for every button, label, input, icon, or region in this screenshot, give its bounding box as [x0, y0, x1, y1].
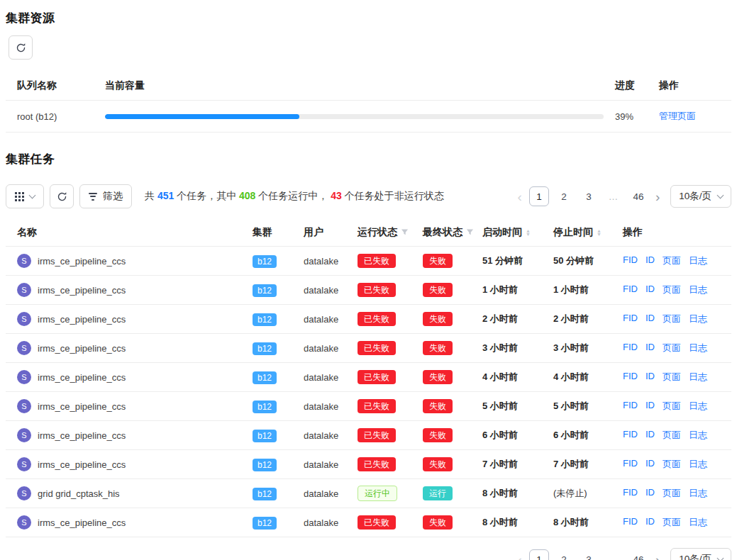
action-page-link[interactable]: 页面 — [663, 487, 681, 500]
action-id-link[interactable]: ID — [645, 516, 655, 529]
action-log-link[interactable]: 日志 — [689, 284, 707, 296]
task-name-cell: S irms_ce_pipeline_ccs — [17, 341, 253, 355]
resources-section-title: 集群资源 — [6, 10, 731, 26]
pagination-next-icon[interactable]: › — [653, 190, 662, 203]
sort-icon[interactable]: ▲▼ — [597, 229, 602, 236]
action-fid-link[interactable]: FID — [623, 342, 638, 354]
action-fid-link[interactable]: FID — [623, 371, 638, 383]
pagination-prev-icon[interactable]: ‹ — [516, 190, 524, 203]
pagination-top: ‹ 1 2 3 … 46 › 10条/页 — [516, 185, 731, 208]
action-id-link[interactable]: ID — [645, 342, 655, 354]
pagination-page[interactable]: 46 — [628, 549, 648, 560]
action-log-link[interactable]: 日志 — [689, 429, 707, 442]
action-page-link[interactable]: 页面 — [663, 400, 681, 413]
action-log-link[interactable]: 日志 — [689, 254, 707, 267]
col-run-status: 运行状态 — [358, 226, 423, 239]
task-actions: FID ID 页面 日志 — [623, 313, 720, 325]
pagination-page[interactable]: 46 — [628, 186, 648, 206]
queue-name: root (b12) — [17, 111, 105, 122]
action-fid-link[interactable]: FID — [623, 254, 638, 267]
pagination-page[interactable]: 2 — [554, 186, 574, 206]
action-log-link[interactable]: 日志 — [689, 458, 707, 471]
resources-table: 队列名称 当前容量 进度 操作 root (b12) 39% 管理页面 — [6, 71, 731, 133]
tasks-footer: ‹ 1 2 3 … 46 › 10条/页 — [6, 548, 731, 560]
action-fid-link[interactable]: FID — [623, 313, 638, 325]
pagination-page[interactable]: 1 — [529, 186, 549, 206]
cluster-badge: b12 — [253, 313, 277, 326]
action-fid-link[interactable]: FID — [623, 284, 638, 296]
filter-button[interactable]: 筛选 — [79, 184, 132, 208]
task-type-avatar: S — [17, 399, 31, 413]
pagination-page[interactable]: 3 — [579, 549, 599, 560]
pagination-next-icon[interactable]: › — [653, 553, 662, 560]
run-status-badge: 已失败 — [358, 428, 396, 442]
task-actions: FID ID 页面 日志 — [623, 342, 720, 354]
columns-config-button[interactable] — [6, 184, 44, 208]
pagination-page[interactable]: 2 — [554, 549, 574, 560]
cluster-badge: b12 — [253, 517, 277, 530]
pagination-prev-icon[interactable]: ‹ — [516, 553, 524, 560]
action-page-link[interactable]: 页面 — [663, 342, 681, 354]
task-name-cell: S grid grid_cptask_his — [17, 486, 253, 500]
task-user: datalake — [304, 517, 358, 528]
col-actions: 操作 — [659, 79, 720, 92]
summary-part: 43 — [331, 190, 342, 201]
action-id-link[interactable]: ID — [645, 429, 655, 442]
action-page-link[interactable]: 页面 — [663, 371, 681, 383]
action-fid-link[interactable]: FID — [623, 487, 638, 500]
action-page-link[interactable]: 页面 — [663, 458, 681, 471]
action-id-link[interactable]: ID — [645, 458, 655, 471]
action-id-link[interactable]: ID — [645, 284, 655, 296]
task-actions: FID ID 页面 日志 — [623, 487, 720, 500]
action-log-link[interactable]: 日志 — [689, 342, 707, 354]
start-time: 1 小时前 — [482, 284, 553, 296]
final-status-badge: 失败 — [423, 399, 453, 413]
action-id-link[interactable]: ID — [645, 313, 655, 325]
chevron-down-icon — [29, 192, 36, 199]
action-page-link[interactable]: 页面 — [663, 516, 681, 529]
action-fid-link[interactable]: FID — [623, 458, 638, 471]
action-id-link[interactable]: ID — [645, 371, 655, 383]
action-page-link[interactable]: 页面 — [663, 254, 681, 267]
task-type-avatar: S — [17, 428, 31, 442]
action-id-link[interactable]: ID — [645, 254, 655, 267]
task-type-avatar: S — [17, 486, 31, 500]
filter-funnel-icon[interactable] — [401, 228, 409, 236]
pagination-page[interactable]: … — [604, 549, 624, 560]
final-status-badge: 失败 — [423, 341, 453, 355]
action-log-link[interactable]: 日志 — [689, 400, 707, 413]
pagination-page[interactable]: 3 — [579, 186, 599, 206]
filter-funnel-icon[interactable] — [466, 228, 474, 236]
pagination-page[interactable]: … — [604, 186, 624, 206]
page-size-select[interactable]: 10条/页 — [670, 548, 731, 560]
tasks-refresh-button[interactable] — [50, 184, 74, 208]
page-size-select[interactable]: 10条/页 — [670, 185, 731, 208]
action-fid-link[interactable]: FID — [623, 400, 638, 413]
cluster-badge: b12 — [253, 255, 277, 268]
action-page-link[interactable]: 页面 — [663, 284, 681, 296]
task-row: S grid grid_cptask_his b12 datalake 运行中 … — [6, 479, 731, 508]
task-type-avatar: S — [17, 254, 31, 268]
action-log-link[interactable]: 日志 — [689, 313, 707, 325]
action-id-link[interactable]: ID — [645, 400, 655, 413]
resources-refresh-button[interactable] — [9, 35, 33, 60]
pagination-page[interactable]: 1 — [529, 549, 549, 560]
action-log-link[interactable]: 日志 — [689, 487, 707, 500]
action-page-link[interactable]: 页面 — [663, 313, 681, 325]
action-fid-link[interactable]: FID — [623, 516, 638, 529]
task-user: datalake — [304, 459, 358, 470]
col-cluster: 集群 — [253, 226, 304, 239]
stop-time: 1 小时前 — [553, 284, 623, 296]
action-log-link[interactable]: 日志 — [689, 516, 707, 529]
manage-page-link[interactable]: 管理页面 — [659, 111, 696, 121]
action-fid-link[interactable]: FID — [623, 429, 638, 442]
start-time: 5 小时前 — [482, 400, 553, 413]
start-time: 7 小时前 — [482, 458, 553, 471]
stop-time: 4 小时前 — [553, 371, 623, 383]
action-page-link[interactable]: 页面 — [663, 429, 681, 442]
action-log-link[interactable]: 日志 — [689, 371, 707, 383]
run-status-badge: 已失败 — [358, 399, 396, 413]
run-status-badge: 已失败 — [358, 515, 396, 530]
action-id-link[interactable]: ID — [645, 487, 655, 500]
sort-icon[interactable]: ▲▼ — [526, 229, 531, 236]
